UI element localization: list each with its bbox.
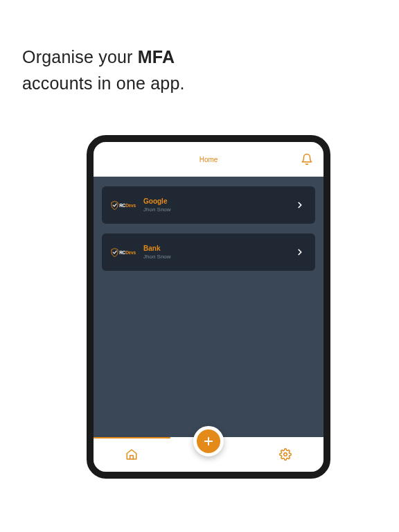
gear-icon <box>279 448 292 461</box>
account-user: Jhon Snow <box>143 206 286 213</box>
notifications-button[interactable] <box>300 152 314 166</box>
headline-bold: MFA <box>138 47 175 66</box>
add-account-button[interactable] <box>193 426 224 456</box>
shield-icon <box>111 248 118 257</box>
topbar: Home <box>94 142 323 177</box>
plus-icon <box>202 435 215 447</box>
bell-icon <box>301 153 313 166</box>
account-text: Google Jhon Snow <box>143 197 286 213</box>
logo-text: RCDevs <box>119 250 136 255</box>
headline-suffix: accounts in one app. <box>22 73 185 93</box>
account-row[interactable]: RCDevs Google Jhon Snow <box>102 186 315 224</box>
active-tab-indicator <box>94 437 170 438</box>
headline: Organise your MFA accounts in one app. <box>22 44 185 96</box>
provider-logo: RCDevs <box>110 201 136 210</box>
account-provider: Google <box>143 197 286 205</box>
chevron-right-icon <box>295 200 305 210</box>
home-icon <box>125 448 138 461</box>
headline-prefix: Organise your <box>22 47 138 66</box>
tablet-frame: Home RC <box>87 135 330 479</box>
shield-icon <box>111 201 118 210</box>
accounts-list: RCDevs Google Jhon Snow <box>94 177 323 437</box>
open-account-button[interactable] <box>293 200 307 210</box>
svg-point-0 <box>283 453 287 456</box>
page-title: Home <box>94 156 323 163</box>
open-account-button[interactable] <box>293 247 307 257</box>
nav-settings[interactable] <box>247 437 323 472</box>
chevron-right-icon <box>295 247 305 257</box>
account-provider: Bank <box>143 245 286 252</box>
bottombar <box>94 437 323 472</box>
logo-text: RCDevs <box>119 203 136 208</box>
provider-logo: RCDevs <box>110 248 136 257</box>
account-row[interactable]: RCDevs Bank Jhon Snow <box>102 233 315 271</box>
nav-home[interactable] <box>94 437 170 472</box>
account-text: Bank Jhon Snow <box>143 245 286 260</box>
account-user: Jhon Snow <box>143 254 286 260</box>
page: Organise your MFA accounts in one app. H… <box>0 0 399 532</box>
app: Home RC <box>94 142 323 472</box>
